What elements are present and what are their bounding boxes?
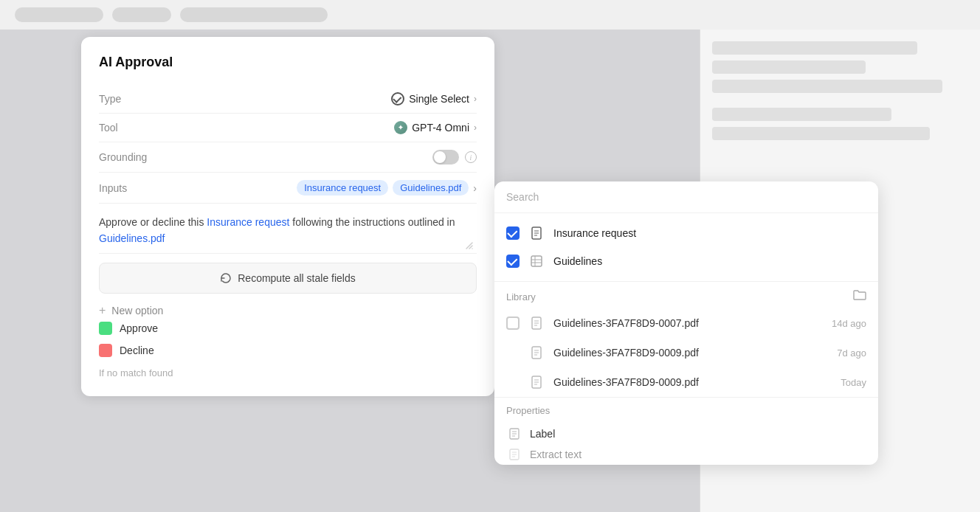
property-extract-row[interactable]: Extract text	[506, 447, 866, 462]
library-item-2[interactable]: Guidelines-3FA7F8D9-0009.pdf Today	[494, 367, 878, 397]
insurance-item-label: Insurance request	[553, 227, 636, 239]
top-bar-item	[112, 7, 171, 22]
checked-item-insurance[interactable]: Insurance request	[506, 219, 866, 247]
checked-items-section: Insurance request Guidelines	[494, 213, 878, 282]
lib-item-age-0: 14d ago	[832, 318, 866, 329]
tool-field-row: Tool ✦ GPT-4 Omni ›	[99, 114, 477, 142]
approve-label: Approve	[120, 322, 158, 334]
grounding-toggle[interactable]	[432, 150, 459, 165]
prompt-area: Approve or decline this Insurance reques…	[99, 204, 477, 254]
gpt-icon: ✦	[394, 121, 407, 134]
decline-label: Decline	[120, 345, 154, 356]
check-circle-icon	[391, 92, 404, 105]
type-label: Type	[99, 93, 121, 105]
tag-insurance[interactable]: Insurance request	[297, 180, 388, 196]
property-label-row[interactable]: Label	[506, 421, 866, 447]
top-bar-item	[180, 7, 328, 22]
lib-item-name-2: Guidelines-3FA7F8D9-0009.pdf	[553, 376, 832, 388]
search-box	[494, 181, 878, 213]
table-icon	[528, 253, 545, 269]
grounding-field-row: Grounding i	[99, 142, 477, 173]
card-title: AI Approval	[99, 55, 477, 70]
option-approve-row: Approve	[99, 317, 477, 339]
grounding-controls: i	[432, 150, 477, 165]
chevron-right-icon: ›	[474, 94, 477, 104]
library-title: Library	[506, 291, 536, 302]
decline-dot	[99, 344, 112, 357]
spacer	[506, 346, 520, 359]
property-doc-icon	[506, 426, 522, 442]
lib-file-icon-2	[528, 374, 545, 390]
bg-row	[712, 80, 942, 93]
inputs-field-row: Inputs Insurance request Guidelines.pdf …	[99, 173, 477, 204]
prompt-link-insurance[interactable]: Insurance request	[207, 216, 289, 228]
plus-icon: +	[99, 304, 106, 317]
chevron-right-icon: ›	[474, 122, 477, 133]
recompute-label: Recompute all stale fields	[238, 272, 356, 284]
properties-section: Properties Label Extr	[494, 397, 878, 465]
dropdown-panel: Insurance request Guidelines Library	[494, 181, 878, 465]
checked-item-guidelines[interactable]: Guidelines	[506, 247, 866, 275]
checkbox-guidelines[interactable]	[506, 255, 520, 268]
spacer	[506, 376, 520, 389]
doc-icon	[528, 225, 545, 241]
bg-row	[712, 60, 866, 74]
search-input[interactable]	[506, 191, 866, 203]
top-bar-item	[15, 7, 103, 22]
main-card: AI Approval Type Single Select › Tool ✦ …	[81, 37, 494, 396]
tag-guidelines[interactable]: Guidelines.pdf	[393, 180, 469, 196]
properties-title: Properties	[506, 405, 866, 416]
approve-dot	[99, 322, 112, 335]
lib-item-age-2: Today	[841, 377, 866, 388]
bg-row	[712, 127, 930, 140]
tool-value-text: GPT-4 Omni	[412, 122, 469, 134]
bg-row	[712, 108, 891, 121]
property-extract-icon	[506, 447, 522, 462]
chevron-right-icon: ›	[473, 182, 477, 194]
recompute-button[interactable]: Recompute all stale fields	[99, 263, 477, 294]
property-extract-text: Extract text	[530, 449, 582, 460]
property-label-text: Label	[530, 428, 555, 440]
top-bar	[0, 0, 980, 30]
inputs-tags: Insurance request Guidelines.pdf ›	[297, 180, 477, 196]
tool-label: Tool	[99, 122, 118, 134]
inputs-label: Inputs	[99, 182, 127, 194]
type-value-text: Single Select	[409, 93, 469, 105]
library-item-1[interactable]: Guidelines-3FA7F8D9-0009.pdf 7d ago	[494, 338, 878, 367]
guidelines-item-label: Guidelines	[553, 255, 602, 267]
info-icon[interactable]: i	[465, 151, 477, 163]
type-value[interactable]: Single Select ›	[391, 92, 477, 105]
lib-item-age-1: 7d ago	[837, 347, 866, 359]
library-section-header: Library	[494, 282, 878, 308]
prompt-text-middle: following the instructions outlined in	[289, 216, 455, 228]
bg-row	[712, 41, 917, 55]
checkbox-insurance[interactable]	[506, 226, 520, 240]
option-decline-row: Decline	[99, 339, 477, 361]
resize-handle-icon[interactable]	[465, 241, 474, 250]
tool-value[interactable]: ✦ GPT-4 Omni ›	[394, 121, 477, 134]
prompt-link-guidelines[interactable]: Guidelines.pdf	[99, 232, 165, 244]
prompt-text-before: Approve or decline this	[99, 216, 207, 228]
new-option-row[interactable]: + New option	[99, 304, 477, 317]
type-field-row: Type Single Select ›	[99, 85, 477, 114]
recompute-icon	[220, 272, 232, 284]
lib-file-icon-0	[528, 315, 545, 331]
new-option-label: New option	[111, 305, 163, 316]
lib-item-name-1: Guidelines-3FA7F8D9-0009.pdf	[553, 347, 828, 359]
svg-rect-4	[531, 256, 542, 266]
grounding-label: Grounding	[99, 151, 147, 163]
lib-item-name-0: Guidelines-3FA7F8D9-0007.pdf	[553, 317, 823, 329]
lib-file-icon-1	[528, 345, 545, 361]
folder-icon[interactable]	[853, 289, 866, 304]
if-no-match-label: If no match found	[99, 367, 477, 378]
checkbox-lib-0[interactable]	[506, 316, 520, 330]
library-item-0[interactable]: Guidelines-3FA7F8D9-0007.pdf 14d ago	[494, 308, 878, 338]
